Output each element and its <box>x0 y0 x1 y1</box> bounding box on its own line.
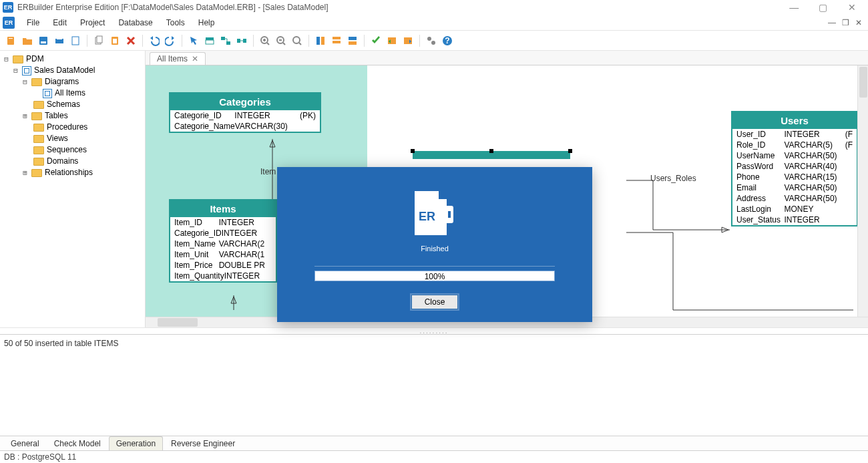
window-minimize-button[interactable]: — <box>781 2 807 13</box>
tree-root[interactable]: ⊟PDM <box>3 53 145 65</box>
menubar: ER File Edit Project Database Tools Help… <box>0 15 868 31</box>
save-button[interactable] <box>36 33 51 48</box>
relationship-label-users-roles[interactable]: Users_Roles <box>650 174 696 183</box>
tab-reverse-engineer[interactable]: Reverse Engineer <box>164 437 242 450</box>
menu-edit[interactable]: Edit <box>46 15 73 30</box>
app-icon: ER <box>3 2 13 13</box>
paste-button[interactable] <box>107 33 122 48</box>
close-button[interactable]: Close <box>411 295 458 309</box>
tree-sequences[interactable]: Sequences <box>3 144 145 156</box>
zoom-out-button[interactable] <box>274 33 288 48</box>
tree-model-label: Sales DataModel <box>34 65 95 76</box>
mdi-icon: ER <box>3 17 15 29</box>
svg-point-29 <box>431 41 435 45</box>
selection-handle[interactable] <box>489 149 493 153</box>
tree-all-items[interactable]: All Items <box>3 88 145 99</box>
output-log[interactable]: 50 of 50 inserted in table ITEMS <box>0 334 868 436</box>
svg-rect-2 <box>39 37 47 45</box>
tree-tables[interactable]: ⊞Tables <box>3 110 145 122</box>
canvas-tab-all-items[interactable]: All Items ✕ <box>150 52 206 65</box>
table-row: Item_PriceDOUBLE PR <box>170 260 276 271</box>
tab-check-model[interactable]: Check Model <box>47 437 107 450</box>
entity-users[interactable]: Users User_IDINTEGER(F Role_IDVARCHAR(5)… <box>731 111 858 226</box>
page-button[interactable] <box>68 33 83 48</box>
canvas-tabs: All Items ✕ <box>146 51 868 65</box>
svg-rect-4 <box>55 39 63 43</box>
entity-button[interactable] <box>202 33 217 48</box>
open-button[interactable] <box>20 33 35 48</box>
window-close-button[interactable]: ✕ <box>839 2 865 13</box>
help-button[interactable]: ? <box>440 33 455 48</box>
redo-button[interactable] <box>163 33 178 48</box>
settings-button[interactable] <box>424 33 439 48</box>
table-row: Categorie_IDINTEGER(PK) <box>170 110 320 121</box>
relationship-button[interactable] <box>218 33 233 48</box>
tree-procedures[interactable]: Procedures <box>3 122 145 133</box>
menu-database[interactable]: Database <box>112 15 159 30</box>
tab-general[interactable]: General <box>4 437 46 450</box>
canvas-tab-close-icon[interactable]: ✕ <box>192 54 198 63</box>
undo-button[interactable] <box>147 33 162 48</box>
er-logo-icon: ER <box>415 191 455 241</box>
tree-tables-label: Tables <box>45 110 68 122</box>
generate-button[interactable] <box>385 33 399 48</box>
pointer-button[interactable] <box>186 33 201 48</box>
relationship-label-items-categories[interactable]: Item <box>260 167 276 176</box>
reverse-button[interactable] <box>401 33 415 48</box>
tree-relationships[interactable]: ⊞Relationships <box>3 167 145 178</box>
menu-file[interactable]: File <box>20 15 46 30</box>
tree-model[interactable]: ⊟Sales DataModel <box>3 65 145 76</box>
mdi-minimize-button[interactable]: — <box>827 18 837 27</box>
tree-diagrams-label: Diagrams <box>45 76 79 88</box>
canvas-vertical-scrollbar[interactable] <box>857 65 868 317</box>
svg-rect-26 <box>388 37 396 44</box>
table-row: User_IDINTEGER(F <box>732 129 857 140</box>
tree-domains-label: Domains <box>47 156 78 167</box>
model-icon <box>22 66 31 75</box>
selection-handle[interactable] <box>411 149 415 153</box>
menu-help[interactable]: Help <box>192 15 222 30</box>
tree-views-label: Views <box>47 133 68 144</box>
tab-generation[interactable]: Generation <box>109 436 163 450</box>
delete-button[interactable] <box>124 33 138 48</box>
entity-items[interactable]: Items Item_IDINTEGER Categorie_IDINTEGER… <box>169 199 277 283</box>
progress-bar: 100% <box>314 271 555 281</box>
entity-categories[interactable]: Categories Categorie_IDINTEGER(PK) Categ… <box>169 92 321 133</box>
mdi-close-button[interactable]: ✕ <box>853 18 864 27</box>
table-row: Categorie_NameVARCHAR(30) <box>170 121 320 132</box>
svg-rect-24 <box>349 37 357 40</box>
table-row: LastLoginMONEY <box>732 204 857 214</box>
window-maximize-button[interactable]: ▢ <box>810 2 837 13</box>
tree-views[interactable]: Views <box>3 133 145 144</box>
menu-tools[interactable]: Tools <box>160 15 192 30</box>
zoom-fit-button[interactable] <box>290 33 304 48</box>
validate-button[interactable] <box>369 33 383 48</box>
horizontal-splitter[interactable]: ......... <box>0 327 868 334</box>
mdi-restore-button[interactable]: ❐ <box>840 18 851 27</box>
canvas-tab-label: All Items <box>157 54 188 63</box>
svg-rect-15 <box>237 39 240 43</box>
svg-point-28 <box>427 37 431 41</box>
menu-project[interactable]: Project <box>73 15 112 30</box>
layout1-button[interactable] <box>313 33 328 48</box>
tree-all-items-label: All Items <box>55 88 85 99</box>
layout2-button[interactable] <box>329 33 344 48</box>
print-button[interactable] <box>52 33 67 48</box>
window-title: ERBuilder Enterprise Edition [F:\DataMod… <box>17 3 781 12</box>
copy-button[interactable] <box>91 33 106 48</box>
project-tree[interactable]: ⊟PDM ⊟Sales DataModel ⊟Diagrams All Item… <box>0 51 146 327</box>
entity-roles-title <box>414 152 569 159</box>
tree-schemas[interactable]: Schemas <box>3 99 145 110</box>
svg-rect-0 <box>7 37 14 45</box>
new-button[interactable] <box>4 33 19 48</box>
zoom-in-button[interactable] <box>258 33 272 48</box>
relationship2-button[interactable] <box>234 33 249 48</box>
selection-handle[interactable] <box>568 149 572 153</box>
svg-rect-3 <box>41 41 46 43</box>
svg-rect-27 <box>404 37 412 44</box>
tree-domains[interactable]: Domains <box>3 156 145 167</box>
svg-rect-11 <box>206 37 214 40</box>
layout3-button[interactable] <box>345 33 360 48</box>
tree-diagrams[interactable]: ⊟Diagrams <box>3 76 145 88</box>
table-row: PhoneVARCHAR(15) <box>732 172 857 182</box>
